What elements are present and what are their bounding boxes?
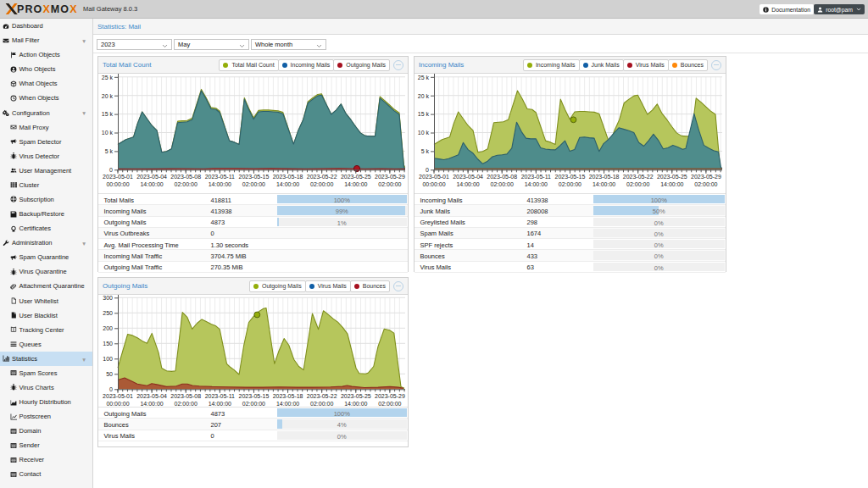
svg-text:00:00:00: 00:00:00: [422, 181, 445, 187]
svg-text:2023-05-18: 2023-05-18: [273, 393, 303, 399]
svg-text:14:00:00: 14:00:00: [276, 181, 299, 187]
svg-text:02:00:00: 02:00:00: [378, 181, 401, 187]
svg-text:02:00:00: 02:00:00: [242, 401, 265, 407]
svg-text:02:00:00: 02:00:00: [242, 181, 265, 187]
svg-text:2023-05-22: 2023-05-22: [623, 174, 654, 180]
svg-text:100: 100: [103, 356, 113, 362]
svg-text:250: 250: [103, 310, 113, 316]
svg-text:50: 50: [106, 371, 113, 377]
svg-text:0: 0: [109, 167, 113, 173]
svg-text:2023-05-01: 2023-05-01: [103, 174, 133, 180]
svg-text:15 k: 15 k: [418, 111, 430, 117]
svg-text:02:00:00: 02:00:00: [310, 401, 333, 407]
svg-text:25 k: 25 k: [102, 75, 114, 80]
svg-text:2023-05-15: 2023-05-15: [238, 174, 269, 180]
svg-text:14:00:00: 14:00:00: [456, 181, 479, 187]
svg-text:2023-05-11: 2023-05-11: [521, 174, 551, 180]
svg-text:14:00:00: 14:00:00: [525, 181, 548, 187]
svg-text:2023-05-25: 2023-05-25: [341, 393, 371, 399]
svg-text:14:00:00: 14:00:00: [593, 181, 615, 187]
svg-text:2023-05-29: 2023-05-29: [375, 393, 405, 399]
svg-text:2023-05-22: 2023-05-22: [307, 393, 337, 399]
svg-text:2023-05-01: 2023-05-01: [419, 174, 449, 180]
svg-text:300: 300: [103, 295, 113, 301]
svg-text:20 k: 20 k: [418, 93, 430, 99]
svg-text:15 k: 15 k: [102, 111, 114, 117]
svg-text:2023-05-15: 2023-05-15: [554, 174, 585, 180]
svg-text:14:00:00: 14:00:00: [140, 181, 163, 187]
svg-text:02:00:00: 02:00:00: [491, 181, 514, 187]
svg-text:00:00:00: 00:00:00: [106, 401, 129, 407]
svg-text:2023-05-25: 2023-05-25: [341, 174, 371, 180]
svg-text:2023-05-04: 2023-05-04: [136, 174, 167, 180]
svg-text:02:00:00: 02:00:00: [694, 181, 717, 187]
svg-text:2023-05-08: 2023-05-08: [487, 174, 517, 180]
svg-text:2023-05-15: 2023-05-15: [238, 393, 269, 399]
svg-text:150: 150: [103, 341, 113, 347]
svg-text:10 k: 10 k: [102, 130, 114, 136]
svg-text:2023-05-29: 2023-05-29: [691, 174, 721, 180]
svg-text:2023-05-22: 2023-05-22: [307, 174, 337, 180]
svg-text:00:00:00: 00:00:00: [106, 181, 129, 187]
svg-text:14:00:00: 14:00:00: [660, 181, 683, 187]
svg-text:PROXMOX: PROXMOX: [17, 3, 78, 15]
svg-text:02:00:00: 02:00:00: [378, 401, 401, 407]
svg-text:14:00:00: 14:00:00: [344, 181, 367, 187]
svg-text:2023-05-18: 2023-05-18: [589, 174, 620, 180]
svg-text:14:00:00: 14:00:00: [209, 181, 231, 187]
svg-text:2023-05-11: 2023-05-11: [205, 174, 235, 180]
svg-text:14:00:00: 14:00:00: [140, 401, 163, 407]
svg-text:5 k: 5 k: [421, 148, 430, 154]
svg-text:02:00:00: 02:00:00: [310, 181, 333, 187]
svg-text:0: 0: [109, 386, 113, 392]
svg-text:0: 0: [426, 167, 429, 173]
svg-text:14:00:00: 14:00:00: [276, 401, 299, 407]
svg-text:02:00:00: 02:00:00: [175, 401, 198, 407]
svg-text:20 k: 20 k: [102, 93, 114, 99]
svg-text:02:00:00: 02:00:00: [559, 181, 581, 187]
svg-text:2023-05-18: 2023-05-18: [273, 174, 303, 180]
svg-text:02:00:00: 02:00:00: [175, 181, 198, 187]
svg-text:2023-05-01: 2023-05-01: [103, 393, 133, 399]
svg-text:10 k: 10 k: [418, 130, 430, 136]
svg-text:2023-05-08: 2023-05-08: [170, 174, 201, 180]
svg-text:2023-05-04: 2023-05-04: [136, 393, 167, 399]
svg-text:2023-05-25: 2023-05-25: [657, 174, 687, 180]
svg-text:2023-05-08: 2023-05-08: [170, 393, 201, 399]
svg-text:14:00:00: 14:00:00: [209, 401, 231, 407]
svg-text:5 k: 5 k: [105, 148, 114, 154]
svg-text:2023-05-11: 2023-05-11: [205, 393, 235, 399]
svg-text:25 k: 25 k: [418, 75, 430, 80]
svg-text:200: 200: [103, 325, 113, 331]
svg-text:02:00:00: 02:00:00: [626, 181, 649, 187]
svg-text:2023-05-04: 2023-05-04: [453, 174, 483, 180]
svg-text:14:00:00: 14:00:00: [344, 401, 367, 407]
svg-text:2023-05-29: 2023-05-29: [375, 174, 405, 180]
